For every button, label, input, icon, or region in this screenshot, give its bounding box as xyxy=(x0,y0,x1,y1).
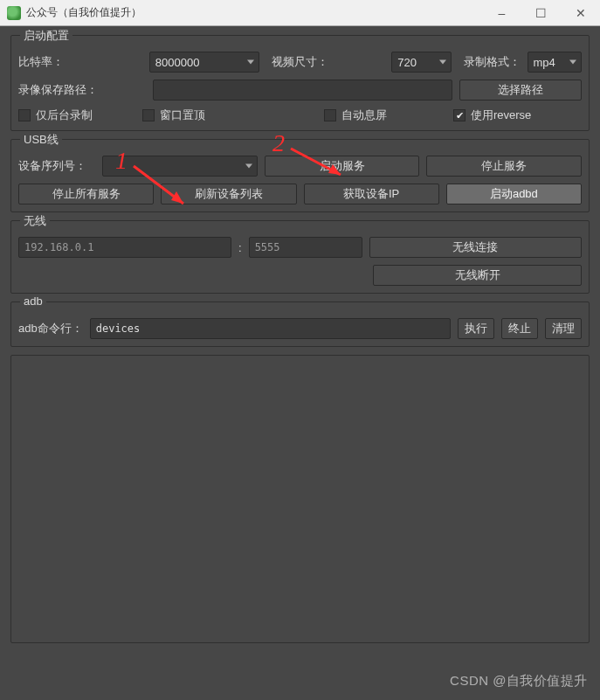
adb-stop-button[interactable]: 终止 xyxy=(501,318,538,339)
chk-autooff[interactable]: 自动息屏 xyxy=(324,107,446,123)
legend-wifi: 无线 xyxy=(20,213,50,229)
bitrate-label: 比特率： xyxy=(18,54,71,70)
chevron-down-icon xyxy=(245,164,252,169)
wifi-disconnect-button[interactable]: 无线断开 xyxy=(373,265,582,286)
videosize-combo[interactable]: 720 xyxy=(391,52,451,73)
legend-startup: 启动配置 xyxy=(20,28,72,44)
stop-all-button[interactable]: 停止所有服务 xyxy=(18,184,154,204)
group-wifi: 无线 192.168.0.1 : 5555 无线连接 无线断开 xyxy=(10,220,590,294)
title-bar: 公众号（自我价值提升） – ☐ ✕ xyxy=(0,0,600,26)
app-icon xyxy=(7,6,21,20)
checkbox-icon xyxy=(324,109,336,121)
videosize-value: 720 xyxy=(397,56,417,69)
bitrate-combo[interactable]: 8000000 xyxy=(149,52,259,73)
bitrate-value: 8000000 xyxy=(155,56,200,69)
start-adbd-button[interactable]: 启动adbd xyxy=(446,184,582,204)
client-area: 启动配置 比特率： 8000000 视频尺寸： 720 录制格式： mp4 录像… xyxy=(0,26,600,652)
window-controls: – ☐ ✕ xyxy=(482,1,600,25)
chevron-down-icon xyxy=(569,60,576,65)
chk-bgonly[interactable]: 仅后台录制 xyxy=(18,107,135,123)
choose-path-button[interactable]: 选择路径 xyxy=(459,80,582,100)
close-button[interactable]: ✕ xyxy=(561,1,600,25)
savepath-input[interactable] xyxy=(153,80,452,100)
watermark: CSDN @自我价值提升 xyxy=(450,673,588,690)
checkbox-icon xyxy=(142,109,155,121)
group-adb: adb adb命令行： devices 执行 终止 清理 xyxy=(10,301,590,347)
serial-combo[interactable] xyxy=(102,156,258,177)
recfmt-value: mp4 xyxy=(534,56,555,69)
wifi-connect-button[interactable]: 无线连接 xyxy=(369,237,582,258)
wifi-ip-input[interactable]: 192.168.0.1 xyxy=(18,237,231,258)
legend-usb: USB线 xyxy=(20,132,62,148)
chk-topmost[interactable]: 窗口置顶 xyxy=(142,107,317,123)
recfmt-label: 录制格式： xyxy=(464,54,521,70)
get-ip-button[interactable]: 获取设备IP xyxy=(304,184,439,204)
adb-exec-button[interactable]: 执行 xyxy=(458,318,494,339)
wifi-port-input[interactable]: 5555 xyxy=(249,237,362,258)
window-title: 公众号（自我价值提升） xyxy=(26,5,482,20)
maximize-button[interactable]: ☐ xyxy=(521,1,561,25)
stop-service-button[interactable]: 停止服务 xyxy=(426,156,582,177)
serial-label: 设备序列号： xyxy=(18,158,95,174)
adb-cmd-label: adb命令行： xyxy=(18,321,83,336)
chk-reverse[interactable]: ✔ 使用reverse xyxy=(453,107,531,123)
wifi-colon: : xyxy=(238,241,242,254)
chevron-down-icon xyxy=(247,60,254,65)
videosize-label: 视频尺寸： xyxy=(272,54,328,70)
checkbox-icon xyxy=(18,109,31,121)
console-output[interactable] xyxy=(10,355,590,643)
legend-adb: adb xyxy=(20,295,46,308)
refresh-devices-button[interactable]: 刷新设备列表 xyxy=(161,184,296,204)
group-usb: USB线 设备序列号： 启动服务 停止服务 停止所有服务 刷新设备列表 获取设备… xyxy=(10,139,590,212)
group-startup: 启动配置 比特率： 8000000 视频尺寸： 720 录制格式： mp4 录像… xyxy=(10,35,590,131)
adb-cmd-input[interactable]: devices xyxy=(90,318,451,339)
chevron-down-icon xyxy=(439,60,446,65)
savepath-label: 录像保存路径： xyxy=(18,82,106,98)
recfmt-combo[interactable]: mp4 xyxy=(528,52,582,73)
minimize-button[interactable]: – xyxy=(482,1,521,25)
adb-clear-button[interactable]: 清理 xyxy=(545,318,582,339)
checkbox-icon: ✔ xyxy=(453,109,466,121)
start-service-button[interactable]: 启动服务 xyxy=(265,156,420,177)
